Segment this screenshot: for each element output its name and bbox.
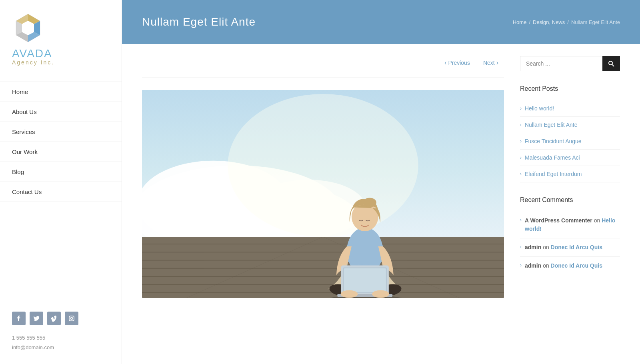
- comment-item: › admin on Donec Id Arcu Quis: [520, 238, 620, 257]
- chevron-icon: ›: [520, 171, 522, 177]
- instagram-icon[interactable]: [65, 312, 78, 325]
- svg-point-35: [341, 290, 358, 298]
- nav-item-ourwork[interactable]: Our Work: [0, 142, 122, 162]
- recent-post-item[interactable]: › Eleifend Eget Interdum: [520, 166, 620, 182]
- search-box: [520, 56, 620, 71]
- svg-point-11: [228, 94, 418, 237]
- svg-line-38: [612, 64, 614, 66]
- svg-point-28: [363, 198, 376, 208]
- comment-link[interactable]: Donec Id Arcu Quis: [551, 262, 602, 269]
- svg-point-3: [71, 318, 73, 320]
- svg-point-4: [73, 317, 74, 318]
- post-link: Nullam Eget Elit Ante: [525, 122, 578, 128]
- comment-author[interactable]: admin: [525, 244, 541, 250]
- post-image: [142, 90, 504, 298]
- comment-on: on: [543, 244, 550, 250]
- phone-number: 1 555 555 555: [12, 333, 110, 342]
- post-link: Hello world!: [525, 105, 554, 112]
- chevron-icon: ›: [520, 244, 522, 250]
- post-navigation: ‹ Previous Next ›: [142, 56, 504, 78]
- recent-post-item[interactable]: › Malesuada Fames Aci: [520, 150, 620, 166]
- comment-link[interactable]: Donec Id Arcu Quis: [551, 244, 602, 250]
- social-icons-group: [0, 300, 122, 333]
- svg-rect-12: [142, 237, 504, 298]
- chevron-icon: ›: [520, 106, 522, 111]
- comment-text: admin on Donec Id Arcu Quis: [525, 243, 602, 252]
- recent-posts-list: › Hello world! › Nullam Eget Elit Ante ›…: [520, 100, 620, 182]
- nav-item-about[interactable]: About Us: [0, 102, 122, 122]
- previous-button[interactable]: ‹ Previous: [439, 56, 476, 70]
- left-sidebar: AVADA Agency Inc. Home About Us Services…: [0, 0, 122, 364]
- nav-item-home[interactable]: Home: [0, 82, 122, 102]
- contact-info: 1 555 555 555 info@domain.com: [0, 333, 122, 364]
- chevron-left-icon: ‹: [444, 59, 446, 66]
- search-button[interactable]: [602, 56, 620, 71]
- breadcrumb-sep1: /: [529, 19, 530, 25]
- logo-area: AVADA Agency Inc.: [0, 0, 122, 74]
- svg-point-36: [372, 290, 389, 298]
- next-button[interactable]: Next ›: [478, 56, 504, 70]
- comment-on: on: [543, 262, 550, 269]
- recent-comments-section: Recent Comments › A WordPress Commenter …: [520, 196, 620, 275]
- chevron-right-icon: ›: [496, 59, 498, 66]
- previous-label: Previous: [448, 60, 470, 66]
- comment-item: › A WordPress Commenter on Hello world!: [520, 212, 620, 238]
- breadcrumb: Home / Design, News / Nullam Eget Elit A…: [513, 19, 620, 25]
- breadcrumb-home[interactable]: Home: [513, 19, 527, 25]
- logo-icon: [12, 12, 44, 44]
- comment-item: › admin on Donec Id Arcu Quis: [520, 257, 620, 275]
- chevron-icon: ›: [520, 155, 522, 160]
- recent-posts-section: Recent Posts › Hello world! › Nullam Ege…: [520, 85, 620, 182]
- breadcrumb-sep2: /: [567, 19, 569, 25]
- recent-comments-title: Recent Comments: [520, 196, 620, 204]
- post-link: Fusce Tincidunt Augue: [525, 138, 582, 144]
- page-title: Nullam Eget Elit Ante: [142, 16, 256, 28]
- recent-comments-list: › A WordPress Commenter on Hello world! …: [520, 212, 620, 275]
- recent-post-item[interactable]: › Fusce Tincidunt Augue: [520, 133, 620, 150]
- recent-post-item[interactable]: › Hello world!: [520, 100, 620, 117]
- nav-item-blog[interactable]: Blog: [0, 162, 122, 182]
- vimeo-icon[interactable]: [47, 312, 61, 325]
- comment-author[interactable]: admin: [525, 262, 541, 269]
- comment-text: admin on Donec Id Arcu Quis: [525, 262, 602, 270]
- page-header: Nullam Eget Elit Ante Home / Design, New…: [122, 0, 640, 44]
- facebook-icon[interactable]: [12, 312, 26, 325]
- svg-rect-33: [344, 268, 386, 292]
- logo-avada: AVADA: [12, 48, 52, 59]
- main-content: Nullam Eget Elit Ante Home / Design, New…: [122, 0, 640, 364]
- breadcrumb-category[interactable]: Design, News: [533, 19, 565, 25]
- twitter-icon[interactable]: [30, 312, 43, 325]
- email-address: info@domain.com: [12, 343, 110, 352]
- comment-text: A WordPress Commenter on Hello world!: [525, 216, 620, 233]
- comment-author[interactable]: A WordPress Commenter: [525, 217, 592, 224]
- chevron-icon: ›: [520, 217, 522, 223]
- svg-rect-2: [69, 316, 74, 321]
- next-label: Next: [483, 60, 495, 66]
- logo-agency: Agency Inc.: [12, 59, 54, 66]
- nav-item-contact[interactable]: Contact Us: [0, 182, 122, 202]
- chevron-icon: ›: [520, 262, 522, 268]
- right-sidebar: Recent Posts › Hello world! › Nullam Ege…: [520, 56, 620, 352]
- recent-post-item[interactable]: › Nullam Eget Elit Ante: [520, 117, 620, 133]
- search-input[interactable]: [520, 56, 602, 71]
- article: ‹ Previous Next ›: [142, 56, 504, 352]
- svg-point-37: [609, 61, 612, 65]
- comment-on: on: [594, 217, 602, 224]
- breadcrumb-current: Nullam Eget Elit Ante: [571, 19, 620, 25]
- chevron-icon: ›: [520, 138, 522, 144]
- nav-item-services[interactable]: Services: [0, 122, 122, 142]
- post-link: Malesuada Fames Aci: [525, 154, 580, 161]
- search-icon: [608, 60, 614, 67]
- main-nav: Home About Us Services Our Work Blog Con…: [0, 82, 122, 202]
- post-link: Eleifend Eget Interdum: [525, 171, 582, 177]
- content-area: ‹ Previous Next ›: [122, 44, 640, 364]
- recent-posts-title: Recent Posts: [520, 85, 620, 92]
- chevron-icon: ›: [520, 122, 522, 128]
